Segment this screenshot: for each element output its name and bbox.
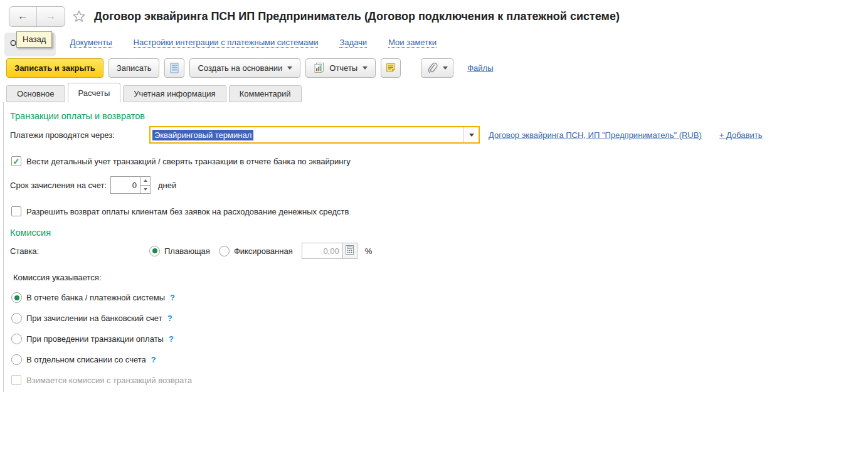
page-title: Договор эквайринга ПСН ИП Предпринимател… bbox=[94, 10, 620, 23]
payments-through-value[interactable]: Эквайринговый терминал bbox=[151, 127, 463, 142]
commission-option-label: При зачислении на банковский счет bbox=[26, 314, 162, 323]
section-title-commission: Комиссия bbox=[10, 228, 868, 238]
nav-item-main[interactable]: Основное Назад bbox=[10, 38, 48, 48]
commission-option-label: В отдельном списании со счета bbox=[26, 355, 146, 364]
radio-unselected-icon[interactable] bbox=[11, 313, 22, 324]
nav-item-tasks[interactable]: Задачи bbox=[339, 38, 367, 48]
commission-option-label: В отчете банка / платежной системы bbox=[26, 293, 165, 302]
allow-refund-label: Разрешить возврат оплаты клиентам без за… bbox=[26, 207, 349, 216]
commission-specified-label: Комиссия указывается: bbox=[13, 273, 868, 282]
rate-row: Ставка: Плавающая Фиксированная 0,00 bbox=[10, 243, 868, 259]
help-question-icon[interactable]: ? bbox=[169, 334, 174, 344]
commission-option-label: При проведении транзакции оплаты bbox=[26, 334, 164, 344]
files-link[interactable]: Файлы bbox=[467, 63, 493, 73]
crediting-term-label: Срок зачисления на счет: bbox=[10, 181, 110, 190]
back-button[interactable]: ← bbox=[9, 7, 37, 26]
allow-refund-checkbox[interactable] bbox=[11, 206, 21, 216]
create-based-on-button[interactable]: Создать на основании bbox=[189, 58, 300, 78]
report-icon bbox=[314, 62, 325, 73]
fixed-rate-field: 0,00 bbox=[302, 243, 357, 259]
detailed-accounting-row: ✓ Вести детальный учет транзакций / свер… bbox=[11, 156, 868, 166]
note-button[interactable] bbox=[381, 58, 401, 78]
radio-selected-icon[interactable] bbox=[11, 292, 22, 303]
rate-option-floating[interactable]: Плавающая bbox=[149, 246, 210, 256]
favorite-star-icon[interactable] bbox=[71, 9, 87, 24]
crediting-term-units: дней bbox=[158, 181, 176, 190]
radio-unselected-icon[interactable] bbox=[11, 334, 22, 344]
radio-selected-icon[interactable] bbox=[149, 246, 160, 256]
return-commission-row: Взимается комиссия с транзакций возврата bbox=[11, 375, 868, 385]
stepper-up-button[interactable] bbox=[140, 177, 150, 186]
return-commission-checkbox bbox=[11, 375, 21, 385]
nav-item-my-notes[interactable]: Мои заметки bbox=[388, 38, 437, 48]
help-question-icon[interactable]: ? bbox=[167, 314, 172, 323]
history-nav-group: ← → bbox=[9, 6, 65, 27]
nav-item-documents[interactable]: Документы bbox=[70, 38, 112, 48]
tab-content-settlements: Транзакции оплаты и возвратов Платежи пр… bbox=[3, 102, 868, 392]
payments-through-label: Платежи проводятся через: bbox=[10, 130, 149, 140]
rate-label: Ставка: bbox=[10, 246, 149, 256]
create-based-on-label: Создать на основании bbox=[198, 63, 282, 73]
tab-accounting-info[interactable]: Учетная информация bbox=[123, 85, 226, 102]
register-records-icon bbox=[170, 63, 179, 73]
calculator-icon bbox=[346, 245, 354, 256]
back-tooltip: Назад bbox=[16, 31, 52, 48]
detailed-accounting-label: Вести детальный учет транзакций / сверят… bbox=[26, 157, 351, 166]
commission-option-row[interactable]: В отчете банка / платежной системы ? bbox=[11, 292, 868, 303]
radio-unselected-icon[interactable] bbox=[11, 354, 22, 365]
crediting-term-stepper bbox=[140, 177, 150, 193]
chevron-down-icon bbox=[363, 66, 368, 70]
rate-option-fixed-label: Фиксированная bbox=[234, 246, 293, 256]
forward-button[interactable]: → bbox=[37, 7, 65, 26]
attachments-button[interactable] bbox=[421, 58, 453, 78]
rate-units: % bbox=[365, 246, 373, 256]
rate-option-fixed[interactable]: Фиксированная bbox=[219, 246, 293, 256]
window-header: ← → Договор эквайринга ПСН ИП Предприним… bbox=[0, 0, 868, 28]
chevron-down-icon bbox=[443, 66, 448, 70]
commission-option-row[interactable]: При проведении транзакции оплаты ? bbox=[11, 334, 868, 344]
save-and-close-button[interactable]: Записать и закрыть bbox=[6, 58, 103, 78]
allow-refund-row: Разрешить возврат оплаты клиентам без за… bbox=[11, 206, 868, 216]
chevron-down-icon bbox=[287, 66, 292, 70]
tab-main[interactable]: Основное bbox=[6, 85, 65, 102]
navigation-panel: Основное Назад Документы Настройки интег… bbox=[0, 28, 868, 54]
radio-unselected-icon[interactable] bbox=[219, 246, 230, 256]
rate-option-floating-label: Плавающая bbox=[164, 246, 210, 256]
acquiring-contract-link[interactable]: Договор эквайринга ПСН, ИП "Предпринимат… bbox=[489, 130, 702, 140]
crediting-term-row: Срок зачисления на счет: 0 дней bbox=[10, 176, 868, 194]
calculator-button[interactable] bbox=[343, 243, 357, 259]
note-icon bbox=[385, 62, 396, 73]
help-question-icon[interactable]: ? bbox=[170, 293, 175, 302]
register-records-button[interactable] bbox=[164, 58, 184, 78]
paperclip-icon bbox=[426, 62, 438, 73]
commission-option-row[interactable]: В отдельном списании со счета ? bbox=[11, 354, 868, 365]
combobox-dropdown-button[interactable] bbox=[463, 127, 479, 142]
save-button[interactable]: Записать bbox=[109, 58, 160, 78]
payments-through-row: Платежи проводятся через: Эквайринговый … bbox=[10, 126, 868, 144]
crediting-term-value[interactable]: 0 bbox=[111, 177, 140, 193]
command-bar: Записать и закрыть Записать Создать на о… bbox=[0, 54, 868, 82]
crediting-term-field[interactable]: 0 bbox=[110, 176, 151, 194]
rate-radio-group: Плавающая Фиксированная bbox=[149, 246, 302, 256]
add-contract-link[interactable]: + Добавить bbox=[719, 130, 763, 140]
tab-comment[interactable]: Комментарий bbox=[229, 85, 302, 102]
tab-settlements[interactable]: Расчеты bbox=[68, 83, 121, 103]
detailed-accounting-checkbox[interactable]: ✓ bbox=[11, 156, 21, 166]
stepper-down-button[interactable] bbox=[140, 186, 150, 194]
tab-bar: Основное Расчеты Учетная информация Комм… bbox=[0, 82, 868, 102]
fixed-rate-value[interactable]: 0,00 bbox=[302, 243, 343, 259]
help-question-icon[interactable]: ? bbox=[151, 355, 156, 364]
reports-button[interactable]: Отчеты bbox=[305, 58, 376, 78]
commission-option-row[interactable]: При зачислении на банковский счет ? bbox=[11, 313, 868, 324]
nav-item-payment-integration-settings[interactable]: Настройки интеграции с платежными систем… bbox=[134, 38, 319, 48]
section-title-transactions: Транзакции оплаты и возвратов bbox=[10, 111, 868, 121]
reports-label: Отчеты bbox=[329, 63, 357, 73]
return-commission-label: Взимается комиссия с транзакций возврата bbox=[26, 376, 192, 385]
payments-through-combobox[interactable]: Эквайринговый терминал bbox=[149, 126, 480, 144]
